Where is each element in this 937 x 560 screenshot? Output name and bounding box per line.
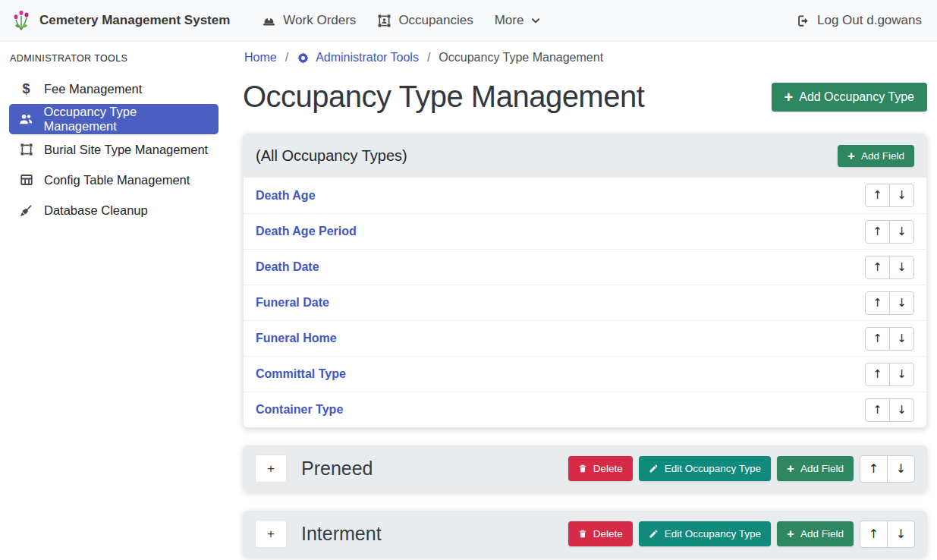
plus-icon: + bbox=[787, 528, 794, 540]
card-title: (All Occupancy Types) bbox=[256, 147, 407, 165]
add-occupancy-type-button[interactable]: + Add Occupancy Type bbox=[772, 83, 927, 112]
up-arrow-icon: ↑ bbox=[873, 190, 882, 201]
move-down-button[interactable]: ↓ bbox=[887, 455, 915, 483]
delete-button[interactable]: Delete bbox=[568, 456, 633, 481]
app-brand[interactable]: Cemetery Management System bbox=[11, 9, 230, 32]
field-row: Death Age ↑ ↓ bbox=[244, 178, 926, 213]
nav-occupancies[interactable]: Occupancies bbox=[377, 13, 473, 28]
move-down-button[interactable]: ↓ bbox=[889, 256, 914, 279]
top-navbar: Cemetery Management System Work Orders O… bbox=[0, 0, 937, 42]
move-down-button[interactable]: ↓ bbox=[887, 521, 915, 548]
nav-work-orders[interactable]: Work Orders bbox=[262, 13, 356, 28]
move-down-button[interactable]: ↓ bbox=[889, 398, 914, 422]
pencil-icon bbox=[649, 529, 659, 539]
field-link-committal-type[interactable]: Committal Type bbox=[256, 367, 346, 381]
edit-occupancy-type-button[interactable]: Edit Occupancy Type bbox=[639, 521, 771, 546]
sidebar-item-database-cleanup[interactable]: Database Cleanup bbox=[9, 195, 219, 225]
field-link-funeral-home[interactable]: Funeral Home bbox=[256, 332, 337, 345]
edit-occupancy-type-button[interactable]: Edit Occupancy Type bbox=[639, 456, 771, 481]
field-link-death-date[interactable]: Death Date bbox=[256, 260, 319, 274]
breadcrumb-separator: / bbox=[427, 51, 430, 64]
move-up-button[interactable]: ↑ bbox=[865, 398, 890, 422]
tulip-logo-icon bbox=[11, 9, 32, 32]
sidebar-item-label: Database Cleanup bbox=[44, 203, 148, 218]
down-arrow-icon: ↓ bbox=[897, 262, 907, 273]
nav-more[interactable]: More bbox=[495, 13, 542, 28]
sidebar-item-occupancy-type-management[interactable]: Occupancy Type Management bbox=[9, 104, 219, 134]
sidebar-item-config-table-management[interactable]: Config Table Management bbox=[9, 165, 219, 195]
move-up-button[interactable]: ↑ bbox=[865, 184, 890, 207]
breadcrumb-admin-tools-link[interactable]: Administrator Tools bbox=[297, 51, 419, 64]
dollar-icon: $ bbox=[18, 81, 34, 97]
move-down-button[interactable]: ↓ bbox=[889, 291, 914, 315]
nav-occupancies-label: Occupancies bbox=[398, 13, 473, 28]
up-arrow-icon: ↑ bbox=[873, 226, 882, 238]
field-row: Death Age Period ↑ ↓ bbox=[244, 213, 926, 249]
nav-work-orders-label: Work Orders bbox=[283, 13, 356, 28]
sidebar-item-label: Fee Management bbox=[44, 82, 142, 96]
move-up-button[interactable]: ↑ bbox=[865, 220, 890, 244]
sidebar-item-label: Config Table Management bbox=[44, 173, 190, 187]
logout-button[interactable]: Log Out d.gowans bbox=[796, 13, 922, 28]
gear-icon bbox=[297, 52, 310, 64]
down-arrow-icon: ↓ bbox=[897, 226, 907, 238]
move-up-button[interactable]: ↑ bbox=[860, 455, 888, 483]
breadcrumb: Home / Administrator Tools / Occupancy T… bbox=[243, 48, 927, 64]
move-down-button[interactable]: ↓ bbox=[889, 184, 914, 207]
move-down-button[interactable]: ↓ bbox=[889, 220, 914, 244]
breadcrumb-home-link[interactable]: Home bbox=[244, 51, 277, 64]
breadcrumb-separator: / bbox=[285, 51, 288, 64]
move-down-button[interactable]: ↓ bbox=[889, 327, 914, 351]
up-arrow-icon: ↑ bbox=[873, 297, 882, 309]
up-arrow-icon: ↑ bbox=[873, 333, 882, 344]
down-arrow-icon: ↓ bbox=[896, 463, 906, 475]
move-up-button[interactable]: ↑ bbox=[865, 256, 890, 279]
field-row: Death Date ↑ ↓ bbox=[244, 249, 926, 285]
hard-hat-icon bbox=[262, 14, 276, 28]
pencil-icon bbox=[649, 464, 659, 473]
trash-icon bbox=[578, 464, 587, 473]
down-arrow-icon: ↓ bbox=[897, 369, 907, 380]
sidebar-item-fee-management[interactable]: $ Fee Management bbox=[9, 74, 219, 104]
reorder-controls: ↑ ↓ bbox=[865, 327, 914, 351]
chevron-down-icon bbox=[530, 15, 541, 26]
reorder-controls: ↑ ↓ bbox=[865, 184, 914, 207]
move-up-button[interactable]: ↑ bbox=[865, 291, 890, 315]
expand-button[interactable]: + bbox=[255, 455, 287, 483]
add-field-button[interactable]: + Add Field bbox=[777, 456, 854, 481]
field-row: Committal Type ↑ ↓ bbox=[244, 356, 926, 392]
field-link-container-type[interactable]: Container Type bbox=[256, 403, 343, 417]
add-field-button[interactable]: + Add Field bbox=[838, 145, 914, 167]
all-occupancy-types-card: (All Occupancy Types) + Add Field Death … bbox=[243, 134, 927, 428]
field-link-funeral-date[interactable]: Funeral Date bbox=[256, 296, 329, 310]
sign-out-icon bbox=[796, 14, 810, 28]
table-icon bbox=[18, 173, 34, 187]
reorder-controls: ↑ ↓ bbox=[865, 363, 914, 386]
field-link-death-age[interactable]: Death Age bbox=[256, 189, 316, 203]
add-field-button[interactable]: + Add Field bbox=[777, 521, 854, 546]
main-content: Home / Administrator Tools / Occupancy T… bbox=[228, 42, 937, 560]
up-arrow-icon: ↑ bbox=[869, 528, 879, 540]
down-arrow-icon: ↓ bbox=[897, 297, 907, 309]
occupancy-frame-person-icon bbox=[377, 14, 391, 28]
breadcrumb-current: Occupancy Type Management bbox=[439, 51, 603, 64]
up-arrow-icon: ↑ bbox=[873, 404, 882, 416]
move-up-button[interactable]: ↑ bbox=[865, 363, 890, 386]
down-arrow-icon: ↓ bbox=[897, 333, 907, 344]
move-up-button[interactable]: ↑ bbox=[865, 327, 890, 351]
down-arrow-icon: ↓ bbox=[897, 404, 907, 416]
sidebar-item-burial-site-type-management[interactable]: Burial Site Type Management bbox=[9, 134, 219, 165]
expand-button[interactable]: + bbox=[255, 520, 287, 548]
sidebar-item-label: Occupancy Type Management bbox=[44, 105, 209, 134]
down-arrow-icon: ↓ bbox=[897, 190, 907, 201]
occupancy-type-section-interment: + Interment Delete Edit Occupancy Type + bbox=[243, 511, 927, 557]
field-link-death-age-period[interactable]: Death Age Period bbox=[256, 225, 357, 238]
section-actions: Delete Edit Occupancy Type + Add Field ↑… bbox=[568, 455, 915, 483]
trash-icon bbox=[578, 529, 587, 539]
reorder-controls: ↑ ↓ bbox=[865, 256, 914, 279]
down-arrow-icon: ↓ bbox=[896, 528, 906, 540]
move-up-button[interactable]: ↑ bbox=[860, 521, 888, 548]
nav-more-label: More bbox=[495, 13, 524, 28]
delete-button[interactable]: Delete bbox=[568, 521, 633, 546]
move-down-button[interactable]: ↓ bbox=[889, 363, 914, 386]
